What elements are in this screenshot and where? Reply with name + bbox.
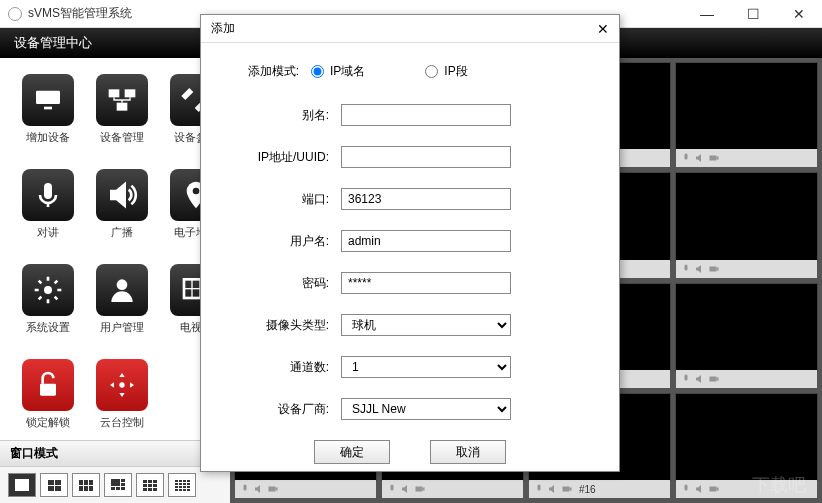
dialog-close-button[interactable]: ✕ — [597, 21, 609, 37]
cell-footer: #16 — [529, 480, 670, 498]
channels-label: 通道数: — [231, 359, 341, 376]
mic-icon — [680, 263, 692, 275]
maximize-button[interactable]: ☐ — [730, 0, 776, 28]
speaker-icon — [253, 483, 265, 495]
svg-rect-29 — [685, 264, 688, 270]
svg-rect-45 — [685, 485, 688, 491]
cancel-button[interactable]: 取消 — [430, 440, 506, 464]
add-dialog: 添加 ✕ 添加模式: IP域名 IP段 别名: IP地址/UUID: 端口: — [200, 14, 620, 472]
layout-1[interactable] — [8, 473, 36, 497]
user-mgmt-icon — [96, 264, 148, 316]
svg-point-8 — [117, 279, 128, 290]
tool-broadcast[interactable]: 广播 — [92, 169, 152, 240]
app-icon — [8, 7, 22, 21]
cell-footer — [676, 149, 817, 167]
radio-ip-range-input[interactable] — [425, 65, 438, 78]
tool-device-mgmt[interactable]: 设备管理 — [92, 74, 152, 145]
tool-label: 锁定解锁 — [26, 415, 70, 430]
vendor-label: 设备厂商: — [231, 401, 341, 418]
radio-ip-domain[interactable]: IP域名 — [311, 63, 365, 80]
ptz-icon — [96, 359, 148, 411]
video-cell[interactable] — [675, 62, 818, 150]
vendor-select[interactable]: SJJL New — [341, 398, 511, 420]
tool-label: 用户管理 — [100, 320, 144, 335]
tool-label: 对讲 — [37, 225, 59, 240]
port-input[interactable] — [341, 188, 511, 210]
ip-input[interactable] — [341, 146, 511, 168]
svg-rect-39 — [244, 485, 247, 491]
svg-rect-13 — [40, 384, 56, 396]
tool-label: 系统设置 — [26, 320, 70, 335]
alias-input[interactable] — [341, 104, 511, 126]
tool-lock[interactable]: 锁定解锁 — [18, 359, 78, 430]
pass-input[interactable] — [341, 272, 511, 294]
close-button[interactable]: ✕ — [776, 0, 822, 28]
speaker-icon — [694, 263, 706, 275]
speaker-icon — [694, 152, 706, 164]
tool-ptz[interactable]: 云台控制 — [92, 359, 152, 430]
tool-label: 广播 — [111, 225, 133, 240]
video-cell[interactable] — [675, 393, 818, 481]
tool-user-mgmt[interactable]: 用户管理 — [92, 264, 152, 335]
cell-label: #16 — [579, 484, 596, 495]
device-mgmt-icon — [96, 74, 148, 126]
svg-point-6 — [193, 188, 200, 195]
ip-label: IP地址/UUID: — [231, 149, 341, 166]
speaker-icon — [400, 483, 412, 495]
sys-settings-icon — [22, 264, 74, 316]
video-cell[interactable] — [675, 283, 818, 371]
camtype-label: 摄像头类型: — [231, 317, 341, 334]
radio-ip-range[interactable]: IP段 — [425, 63, 467, 80]
tool-sys-settings[interactable]: 系统设置 — [18, 264, 78, 335]
sidebar: 增加设备设备管理设备参数对讲广播电子地图系统设置用户管理电视墙锁定解锁云台控制 … — [0, 58, 230, 503]
add-device-icon — [22, 74, 74, 126]
speaker-icon — [694, 483, 706, 495]
window-mode-label: 窗口模式 — [0, 440, 230, 467]
svg-rect-38 — [710, 376, 717, 381]
layout-16[interactable] — [168, 473, 196, 497]
svg-rect-37 — [685, 374, 688, 380]
cell-footer — [382, 480, 523, 498]
layout-row — [0, 467, 230, 503]
speaker-icon — [547, 483, 559, 495]
port-label: 端口: — [231, 191, 341, 208]
cell-footer — [676, 260, 817, 278]
cell-footer — [676, 370, 817, 388]
layout-6[interactable] — [72, 473, 100, 497]
layout-8[interactable] — [104, 473, 132, 497]
dialog-title: 添加 — [211, 20, 235, 37]
speaker-icon — [694, 373, 706, 385]
svg-rect-42 — [416, 487, 423, 492]
svg-rect-1 — [44, 107, 52, 110]
tool-add-device[interactable]: 增加设备 — [18, 74, 78, 145]
svg-rect-0 — [36, 91, 60, 104]
camera-icon — [267, 483, 279, 495]
camtype-select[interactable]: 球机 — [341, 314, 511, 336]
svg-rect-46 — [710, 487, 717, 492]
tool-label: 设备管理 — [100, 130, 144, 145]
svg-rect-4 — [117, 103, 128, 111]
lock-icon — [22, 359, 74, 411]
svg-rect-5 — [44, 183, 52, 199]
camera-icon — [708, 483, 720, 495]
layout-9[interactable] — [136, 473, 164, 497]
minimize-button[interactable]: — — [684, 0, 730, 28]
mic-icon — [680, 152, 692, 164]
app-title: sVMS智能管理系统 — [28, 5, 132, 22]
mic-icon — [239, 483, 251, 495]
svg-rect-44 — [563, 487, 570, 492]
tool-intercom[interactable]: 对讲 — [18, 169, 78, 240]
channels-select[interactable]: 1 — [341, 356, 511, 378]
video-cell[interactable] — [675, 172, 818, 260]
cell-footer — [676, 480, 817, 498]
mic-icon — [680, 373, 692, 385]
camera-icon — [561, 483, 573, 495]
camera-icon — [708, 373, 720, 385]
ok-button[interactable]: 确定 — [314, 440, 390, 464]
user-input[interactable] — [341, 230, 511, 252]
alias-label: 别名: — [231, 107, 341, 124]
layout-4[interactable] — [40, 473, 68, 497]
pass-label: 密码: — [231, 275, 341, 292]
radio-ip-domain-input[interactable] — [311, 65, 324, 78]
svg-rect-2 — [109, 89, 120, 97]
